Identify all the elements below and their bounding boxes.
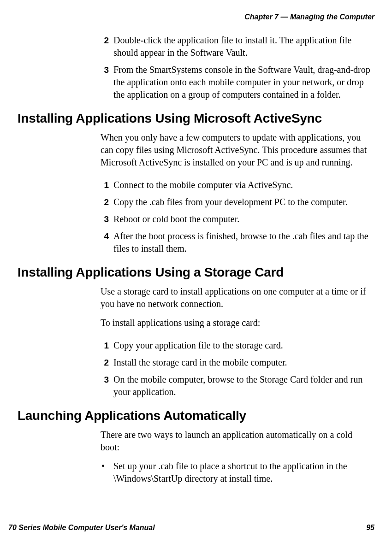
step-number: 2 [101, 34, 113, 59]
bullet-dot-icon: • [101, 460, 113, 485]
step-text: From the SmartSystems console in the Sof… [113, 64, 373, 101]
step-number: 1 [101, 179, 113, 191]
page-footer: 70 Series Mobile Computer User's Manual … [8, 524, 374, 532]
footer-manual-title: 70 Series Mobile Computer User's Manual [8, 524, 155, 532]
step-text: Copy your application file to the storag… [113, 339, 373, 352]
step-text: Install the storage card in the mobile c… [113, 356, 373, 369]
step-item: 3 On the mobile computer, browse to the … [101, 373, 373, 398]
bullet-text: Set up your .cab file to place a shortcu… [113, 460, 373, 485]
section-paragraph: When you only have a few computers to up… [101, 131, 373, 169]
step-item: 3 From the SmartSystems console in the S… [101, 64, 373, 101]
step-number: 2 [101, 356, 113, 369]
step-number: 3 [101, 373, 113, 398]
step-number: 1 [101, 339, 113, 352]
step-text: On the mobile computer, browse to the St… [113, 373, 373, 398]
step-text: Double-click the application file to ins… [113, 34, 373, 59]
step-item: 2 Copy the .cab files from your developm… [101, 196, 373, 208]
step-number: 4 [101, 230, 113, 255]
chapter-header: Chapter 7 — Managing the Computer [18, 13, 374, 21]
step-item: 1 Copy your application file to the stor… [101, 339, 373, 352]
step-text: Connect to the mobile computer via Activ… [113, 179, 373, 191]
section-heading-activesync: Installing Applications Using Microsoft … [18, 111, 374, 126]
step-item: 3 Reboot or cold boot the computer. [101, 213, 373, 225]
footer-page-number: 95 [366, 524, 374, 532]
step-item: 1 Connect to the mobile computer via Act… [101, 179, 373, 191]
step-item: 4 After the boot process is finished, br… [101, 230, 373, 255]
step-number: 3 [101, 213, 113, 225]
section-heading-launching: Launching Applications Automatically [18, 408, 374, 423]
section-paragraph: To install applications using a storage … [101, 317, 373, 329]
step-number: 3 [101, 64, 113, 101]
step-text: After the boot process is finished, brow… [113, 230, 373, 255]
section-paragraph: Use a storage card to install applicatio… [101, 285, 373, 310]
step-item: 2 Install the storage card in the mobile… [101, 356, 373, 369]
bullet-item: • Set up your .cab file to place a short… [101, 460, 373, 485]
step-text: Reboot or cold boot the computer. [113, 213, 373, 225]
section-heading-storage-card: Installing Applications Using a Storage … [18, 265, 374, 280]
step-text: Copy the .cab files from your developmen… [113, 196, 373, 208]
step-item: 2 Double-click the application file to i… [101, 34, 373, 59]
section-paragraph: There are two ways to launch an applicat… [101, 429, 373, 454]
step-number: 2 [101, 196, 113, 208]
